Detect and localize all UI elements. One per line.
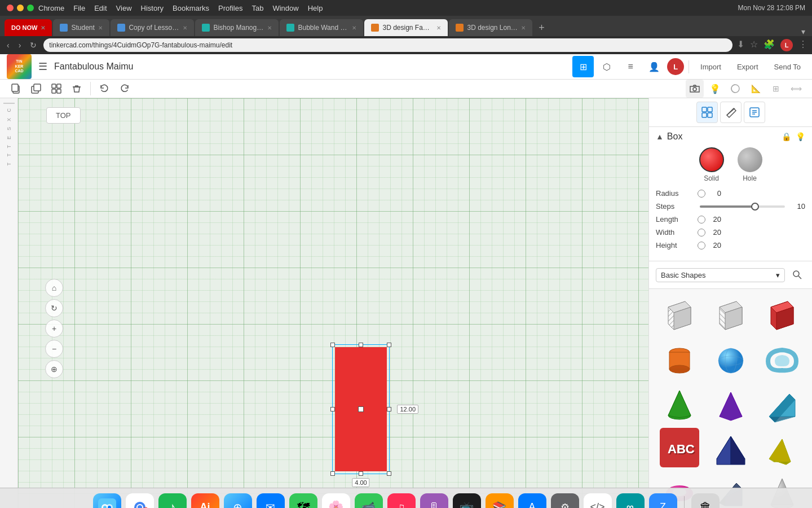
- tab-tinkercad[interactable]: 3D design Fantabu... ✕: [364, 19, 448, 36]
- handle-right[interactable]: [387, 407, 391, 411]
- zoom-in-button[interactable]: +: [45, 319, 63, 338]
- bookmark-icon[interactable]: ☆: [750, 39, 758, 51]
- menu-edit[interactable]: Edit: [94, 4, 107, 12]
- shape-item-wedge[interactable]: [758, 384, 805, 423]
- shape-item-sphere[interactable]: [707, 340, 754, 379]
- tab-lesson4-close[interactable]: ✕: [183, 25, 187, 31]
- handle-top[interactable]: [359, 343, 363, 347]
- dock-app-facetime[interactable]: 📹: [355, 493, 383, 509]
- dock-app-books[interactable]: 📚: [486, 493, 514, 509]
- shapes-category-dropdown[interactable]: Basic Shapes ▾: [656, 268, 785, 282]
- measure-button[interactable]: 📐: [747, 80, 765, 98]
- dock-app-photos[interactable]: 🌸: [322, 493, 350, 509]
- minimize-button[interactable]: [17, 5, 24, 11]
- tab-student[interactable]: Student ✕: [53, 19, 109, 36]
- redo-button[interactable]: [116, 80, 134, 98]
- collapse-button[interactable]: ▲: [656, 132, 664, 141]
- menu-help[interactable]: Help: [308, 4, 323, 12]
- dock-app-trash[interactable]: 🗑: [691, 493, 720, 509]
- mirror-button[interactable]: ⟺: [787, 80, 805, 98]
- dock-app-appstore[interactable]: A: [518, 493, 546, 509]
- list-view-button[interactable]: ≡: [620, 56, 641, 77]
- shape-item-box2[interactable]: [707, 296, 754, 335]
- perspective-view-button[interactable]: ⬡: [596, 56, 617, 77]
- canvas-area[interactable]: TOP ⌂ ↻ + − ⊕: [18, 98, 648, 508]
- back-button[interactable]: ‹: [5, 40, 12, 51]
- ruler-view-ctrl[interactable]: [720, 102, 742, 123]
- tab-lesson4[interactable]: Copy of Lesson 4 Ve... ✕: [111, 19, 194, 36]
- sendto-button[interactable]: Send To: [770, 60, 805, 73]
- align-button[interactable]: ⊞: [767, 80, 785, 98]
- home-view-button[interactable]: ⌂: [45, 279, 63, 297]
- close-button[interactable]: [7, 5, 14, 11]
- fit-view-button[interactable]: ⊕: [45, 360, 63, 378]
- maximize-button[interactable]: [27, 5, 34, 11]
- dock-app-music[interactable]: ♫: [387, 493, 416, 509]
- handle-tl[interactable]: [330, 343, 335, 347]
- zoom-out-button[interactable]: −: [45, 340, 63, 358]
- shape-item-torus[interactable]: [758, 340, 805, 379]
- red-box-shape[interactable]: [335, 347, 387, 471]
- group-button[interactable]: [47, 80, 65, 98]
- undo-button[interactable]: [95, 80, 113, 98]
- orbit-button[interactable]: ↻: [45, 299, 63, 317]
- tab-bishop-close[interactable]: ✕: [267, 25, 272, 31]
- dock-app-podcasts[interactable]: 🎙: [420, 493, 448, 509]
- shape-item-cone-green[interactable]: [656, 384, 703, 423]
- tab-student-close[interactable]: ✕: [98, 25, 103, 31]
- handle-left[interactable]: [330, 407, 335, 411]
- shape-item-box-red[interactable]: [758, 296, 805, 335]
- hamburger-icon[interactable]: ☰: [38, 60, 47, 73]
- solid-option[interactable]: Solid: [699, 147, 724, 182]
- menu-view[interactable]: View: [116, 4, 132, 12]
- tab-bubble-close[interactable]: ✕: [352, 25, 356, 31]
- forward-button[interactable]: ›: [16, 40, 24, 51]
- shape-item-text3d[interactable]: ABC ABC ABC: [656, 428, 703, 467]
- dock-app-maps[interactable]: 🗺: [289, 493, 317, 509]
- bulb-button[interactable]: 💡: [706, 80, 724, 98]
- dock-app-code[interactable]: </>: [584, 493, 612, 509]
- dock-app-safari[interactable]: ⊕: [224, 493, 252, 509]
- grid-view-ctrl[interactable]: [696, 102, 718, 123]
- dock-app-systemprefs[interactable]: ⚙: [551, 493, 579, 509]
- menu-tab[interactable]: Tab: [251, 4, 263, 12]
- dock-app-chrome[interactable]: [126, 493, 154, 509]
- menu-chrome[interactable]: Chrome: [38, 4, 64, 12]
- menu-history[interactable]: History: [141, 4, 164, 12]
- delete-button[interactable]: [68, 80, 86, 98]
- handle-br[interactable]: [387, 471, 391, 476]
- handle-tr[interactable]: [387, 343, 391, 347]
- shape-item-pyramid[interactable]: [707, 384, 754, 423]
- camera-button[interactable]: [686, 80, 704, 98]
- dock-app-tv[interactable]: 📺: [453, 493, 481, 509]
- tab-bishop[interactable]: Bishop Manogue C... ✕: [195, 19, 279, 36]
- share-button[interactable]: 👤: [643, 56, 665, 77]
- select-mode-button[interactable]: [726, 80, 744, 98]
- download-icon[interactable]: ⬇: [737, 39, 744, 51]
- menu-bookmarks[interactable]: Bookmarks: [173, 4, 209, 12]
- search-shapes-button[interactable]: [789, 267, 805, 283]
- menu-file[interactable]: File: [73, 4, 85, 12]
- extensions-icon[interactable]: 🧩: [764, 39, 775, 51]
- handle-bottom[interactable]: [359, 471, 363, 476]
- handle-bl[interactable]: [330, 471, 335, 476]
- tab-bubble[interactable]: Bubble Wand - Inst... ✕: [280, 19, 363, 36]
- refresh-button[interactable]: ↻: [28, 40, 39, 51]
- dock-app-creative[interactable]: Ai: [191, 493, 219, 509]
- dock-app-zoom[interactable]: Z: [649, 493, 677, 509]
- user-avatar[interactable]: L: [667, 58, 684, 75]
- tab-list-button[interactable]: ▾: [801, 27, 807, 36]
- note-view-ctrl[interactable]: [744, 102, 765, 123]
- menu-profiles[interactable]: Profiles: [218, 4, 242, 12]
- tab-london-close[interactable]: ✕: [521, 25, 526, 31]
- lock-icon[interactable]: 🔒: [782, 132, 791, 141]
- shape-item-box1[interactable]: [656, 296, 703, 335]
- tab-do-now[interactable]: DO NOW ✕: [5, 19, 52, 36]
- shape-item-triangle-yellow[interactable]: [758, 428, 805, 467]
- dock-app-mail[interactable]: ✉: [257, 493, 285, 509]
- grid-view-button[interactable]: ⊞: [572, 56, 594, 77]
- export-button[interactable]: Export: [732, 60, 763, 73]
- shape-item-cylinder[interactable]: [656, 340, 703, 379]
- menu-icon[interactable]: ⋮: [798, 39, 807, 51]
- tab-tinkercad-close[interactable]: ✕: [436, 25, 441, 31]
